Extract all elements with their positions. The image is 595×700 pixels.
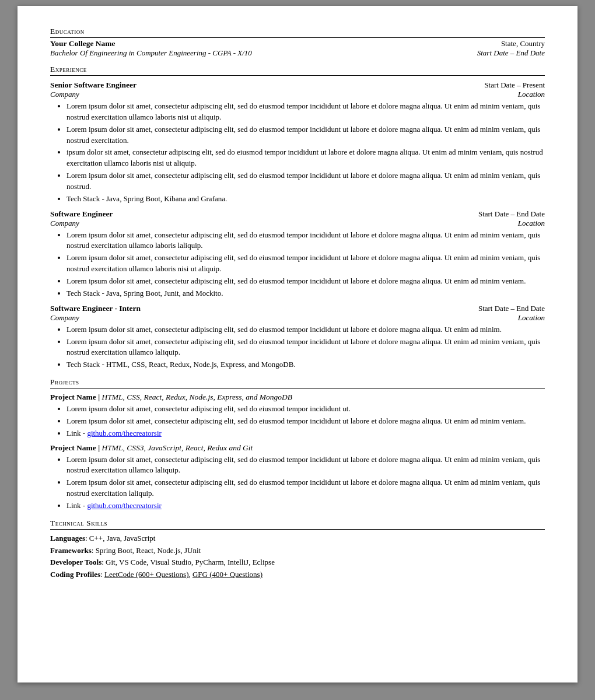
skill-row: Languages: C++, Java, JavaScript bbox=[50, 533, 545, 545]
job-header: Senior Software EngineerStart Date – Pre… bbox=[50, 80, 545, 90]
job-dates: Start Date – End Date bbox=[478, 209, 545, 219]
jobs-container: Senior Software EngineerStart Date – Pre… bbox=[50, 80, 545, 370]
job-bullets: Lorem ipsum dolor sit amet, consectetur … bbox=[66, 324, 545, 370]
job-company: Company bbox=[50, 219, 79, 228]
skill-row: Developer Tools: Git, VS Code, Visual St… bbox=[50, 556, 545, 569]
college-name: Your College Name bbox=[50, 39, 115, 48]
experience-heading: Experience bbox=[50, 65, 545, 76]
bullet-item: Lorem ipsum dolor sit amet, consectetur … bbox=[66, 324, 545, 335]
skill-label: Frameworks bbox=[50, 546, 92, 555]
bullet-item: Lorem ipsum dolor sit amet, consectetur … bbox=[66, 337, 545, 359]
job-sub: CompanyLocation bbox=[50, 219, 545, 228]
education-row: Your College Name State, Country bbox=[50, 39, 545, 48]
job-bullets: Lorem ipsum dolor sit amet, consectetur … bbox=[66, 101, 545, 205]
job-title: Senior Software Engineer bbox=[50, 80, 136, 90]
job-sub: CompanyLocation bbox=[50, 90, 545, 99]
bullet-item: Lorem ipsum dolor sit amet, consectetur … bbox=[66, 276, 545, 287]
coding-profile-link[interactable]: LeetCode (600+ Questions) bbox=[104, 570, 189, 579]
project-bullets: Lorem ipsum dolor sit amet, consectetur … bbox=[66, 454, 545, 512]
project-link[interactable]: github.com/thecreatorsir bbox=[87, 429, 161, 438]
bullet-item: ipsum dolor sit amet, consectetur adipis… bbox=[66, 147, 545, 169]
project-entry: Project Name | HTML, CSS3, JavaScript, R… bbox=[50, 443, 545, 512]
job-dates: Start Date – Present bbox=[484, 80, 545, 90]
education-dates: Start Date – End Date bbox=[477, 48, 545, 58]
bullet-item: Tech Stack - Java, Spring Boot, Junit, a… bbox=[66, 288, 545, 299]
job-header: Software Engineer - InternStart Date – E… bbox=[50, 304, 545, 313]
job-entry: Software Engineer - InternStart Date – E… bbox=[50, 304, 545, 370]
skill-label: Languages bbox=[50, 534, 85, 542]
bullet-item: Tech Stack - Java, Spring Boot, Kibana a… bbox=[66, 194, 545, 205]
job-dates: Start Date – End Date bbox=[478, 304, 545, 313]
education-degree-row: Bachelor Of Engineering in Computer Engi… bbox=[50, 48, 545, 58]
skill-row: Frameworks: Spring Boot, React, Node.js,… bbox=[50, 545, 545, 557]
project-link[interactable]: github.com/thecreatorsir bbox=[87, 501, 161, 510]
projects-heading: Projects bbox=[50, 377, 545, 388]
project-tech: HTML, CSS3, JavaScript, React, Redux and… bbox=[102, 443, 253, 452]
bullet-item: Lorem ipsum dolor sit amet, consectetur … bbox=[66, 416, 545, 427]
education-location: State, Country bbox=[501, 39, 545, 48]
job-title: Software Engineer bbox=[50, 209, 113, 219]
skill-label: Developer Tools bbox=[50, 558, 102, 566]
bullet-item: Lorem ipsum dolor sit amet, consectetur … bbox=[66, 477, 545, 499]
education-degree: Bachelor Of Engineering in Computer Engi… bbox=[50, 48, 252, 58]
project-bullets: Lorem ipsum dolor sit amet, consectetur … bbox=[66, 404, 545, 439]
job-location: Location bbox=[518, 219, 545, 228]
job-location: Location bbox=[518, 90, 545, 99]
job-bullets: Lorem ipsum dolor sit amet, consectetur … bbox=[66, 230, 545, 299]
bullet-item: Link - github.com/thecreatorsir bbox=[66, 428, 545, 439]
bullet-item: Lorem ipsum dolor sit amet, consectetur … bbox=[66, 404, 545, 415]
job-header: Software EngineerStart Date – End Date bbox=[50, 209, 545, 219]
bullet-item: Lorem ipsum dolor sit amet, consectetur … bbox=[66, 454, 545, 477]
bullet-item: Link - github.com/thecreatorsir bbox=[66, 501, 545, 512]
bullet-item: Lorem ipsum dolor sit amet, consectetur … bbox=[66, 101, 545, 123]
bullet-item: Tech Stack - HTML, CSS, React, Redux, No… bbox=[66, 359, 545, 370]
project-title: Project Name | HTML, CSS, React, Redux, … bbox=[50, 393, 545, 402]
bullet-item: Lorem ipsum dolor sit amet, consectetur … bbox=[66, 124, 545, 146]
skill-row: Coding Profiles: LeetCode (600+ Question… bbox=[50, 569, 545, 581]
coding-profile-link[interactable]: GFG (400+ Questions) bbox=[192, 570, 262, 579]
bullet-item: Lorem ipsum dolor sit amet, consectetur … bbox=[66, 230, 545, 252]
job-location: Location bbox=[518, 313, 545, 323]
education-heading: Education bbox=[50, 27, 545, 38]
job-company: Company bbox=[50, 313, 79, 323]
resume-page: Education Your College Name State, Count… bbox=[18, 6, 578, 682]
job-entry: Senior Software EngineerStart Date – Pre… bbox=[50, 80, 545, 205]
bullet-item: Lorem ipsum dolor sit amet, consectetur … bbox=[66, 170, 545, 192]
skills-container: Languages: C++, Java, JavaScriptFramewor… bbox=[50, 533, 545, 581]
bullet-item: Lorem ipsum dolor sit amet, consectetur … bbox=[66, 253, 545, 275]
technical-skills-heading: Technical Skills bbox=[50, 519, 545, 530]
job-title: Software Engineer - Intern bbox=[50, 304, 141, 313]
projects-container: Project Name | HTML, CSS, React, Redux, … bbox=[50, 393, 545, 512]
job-company: Company bbox=[50, 90, 79, 99]
job-entry: Software EngineerStart Date – End DateCo… bbox=[50, 209, 545, 299]
project-tech: HTML, CSS, React, Redux, Node.js, Expres… bbox=[102, 393, 292, 401]
project-entry: Project Name | HTML, CSS, React, Redux, … bbox=[50, 393, 545, 439]
skill-label: Coding Profiles bbox=[50, 570, 100, 579]
job-sub: CompanyLocation bbox=[50, 313, 545, 323]
project-title: Project Name | HTML, CSS3, JavaScript, R… bbox=[50, 443, 545, 453]
